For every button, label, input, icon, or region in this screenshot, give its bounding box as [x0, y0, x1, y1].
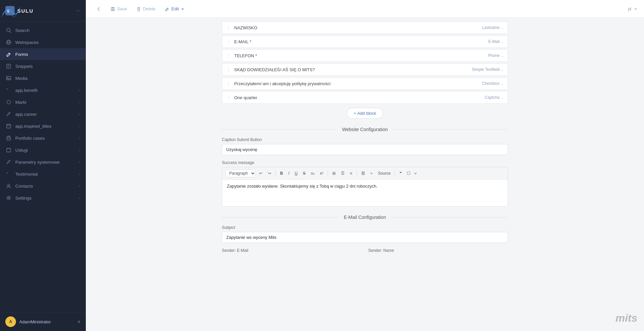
delete-button[interactable]: Delete: [132, 4, 160, 13]
chevron-down-icon: ⌄: [501, 40, 504, 44]
field-name: One quarter: [234, 95, 481, 100]
subject-input[interactable]: [222, 232, 508, 243]
svg-rect-32: [111, 9, 114, 10]
svg-line-3: [10, 31, 11, 33]
media-embed-button[interactable]: ☐: [405, 170, 412, 177]
undo-button[interactable]: ↩: [257, 170, 264, 177]
superscript-button[interactable]: x²: [318, 170, 325, 177]
field-type: Checkbox ⌄: [482, 81, 504, 86]
edit-button[interactable]: Edit: [161, 4, 188, 13]
sidebar-header: S SULU →: [0, 0, 86, 22]
sidebar-item-label: Media: [15, 76, 28, 81]
sidebar-item-settings[interactable]: Settings ›: [0, 192, 86, 204]
editor-content[interactable]: Zapytanie zostało wysłane. Skontaktujemy…: [222, 180, 508, 206]
back-button[interactable]: [92, 5, 105, 13]
chevron-right-icon: ›: [79, 124, 80, 128]
strikethrough-button[interactable]: S: [301, 170, 308, 177]
chevron-down-icon: [181, 7, 184, 11]
sidebar-item-webspaces[interactable]: Webspaces: [0, 36, 86, 48]
redo-button[interactable]: ↪: [266, 170, 273, 177]
sidebar-item-snippets[interactable]: Snippets: [0, 60, 86, 72]
sidebar-item-forms[interactable]: Forms: [0, 48, 86, 60]
calendar2-icon: [6, 147, 11, 153]
svg-rect-23: [7, 148, 11, 152]
subject-group: Subject: [222, 225, 508, 248]
sidebar-item-search[interactable]: Search: [0, 24, 86, 36]
sidebar-item-uslugi[interactable]: Usługi ›: [0, 144, 86, 156]
field-type: Lastname ⌄: [482, 25, 504, 30]
source-button[interactable]: Source: [376, 170, 393, 177]
drag-handle[interactable]: ⋮: [226, 25, 231, 30]
quote-button[interactable]: ❝: [398, 170, 403, 177]
drag-handle[interactable]: ⋮: [226, 67, 231, 72]
globe-icon: [6, 40, 11, 45]
save-button[interactable]: Save: [106, 4, 131, 13]
gear-icon: [6, 195, 11, 201]
add-block-button[interactable]: + Add block: [347, 108, 383, 119]
back-icon: [96, 7, 101, 11]
field-type: Phone ⌄: [488, 53, 504, 58]
subject-label: Subject: [222, 225, 508, 230]
drag-handle[interactable]: ⋮: [226, 39, 231, 44]
table-row: ⋮ Przeczytałem/-am i akceptuję politykę …: [222, 77, 508, 90]
sidebar-item-label: Webspaces: [15, 40, 39, 45]
divider-line: [222, 217, 339, 218]
ordered-list-button[interactable]: ≡: [348, 170, 354, 177]
circle-icon: [6, 99, 11, 105]
chevron-right-icon: ›: [79, 148, 80, 152]
chevron-down-small-icon: [634, 7, 637, 11]
svg-point-13: [7, 77, 8, 78]
app-name: SULU: [17, 8, 34, 14]
sidebar-item-media[interactable]: Media: [0, 72, 86, 84]
chevron-up-icon: ∧: [78, 319, 80, 324]
sidebar-item-portfolio-cases[interactable]: Portfolio cases ›: [0, 132, 86, 144]
paragraph-select[interactable]: Paragraph: [226, 169, 256, 177]
drag-handle[interactable]: ⋮: [226, 53, 231, 58]
toolbar-separator: [328, 171, 328, 176]
quote-icon: ": [6, 87, 11, 93]
sidebar-item-testimonial[interactable]: " Testimonial ›: [0, 168, 86, 180]
caption-submit-input[interactable]: [222, 144, 508, 155]
edit-icon: [6, 52, 11, 57]
field-name: TELEFON *: [234, 53, 485, 58]
bold-button[interactable]: B: [278, 170, 285, 177]
toolbar: Save Delete Edit pl: [86, 0, 644, 18]
sidebar-item-label: Usługi: [15, 148, 28, 153]
italic-button[interactable]: I: [286, 170, 291, 177]
align-button[interactable]: ≈: [369, 170, 375, 177]
unordered-list-button[interactable]: ☰: [339, 170, 347, 177]
sidebar-item-app-benefit[interactable]: " app.benefit ›: [0, 84, 86, 96]
link-button[interactable]: ⛓: [359, 170, 367, 177]
drag-handle[interactable]: ⋮: [226, 81, 231, 86]
svg-text:": ": [6, 87, 8, 93]
sidebar-item-label: Parametry systemowe: [15, 160, 60, 165]
chevron-right-icon: ›: [79, 88, 80, 92]
drag-handle[interactable]: ⋮: [226, 95, 231, 100]
success-message-label: Success message: [222, 160, 508, 165]
sidebar-item-app-inspired-titles[interactable]: app.inspired_titles ›: [0, 120, 86, 132]
editor-toolbar: Paragraph ↩ ↪ B I U S x₂ x² ⊞ ☰: [222, 167, 508, 180]
sidebar-footer[interactable]: A AdamMinistrator ∧: [0, 312, 86, 331]
add-block-label: + Add block: [354, 111, 376, 116]
table-row: ⋮ NAZWISKO Lastname ⌄: [222, 21, 508, 34]
sender-email-group: Sender: E-Mail: [222, 248, 362, 255]
search-icon: [6, 28, 11, 33]
sidebar-item-app-career[interactable]: app.career ›: [0, 108, 86, 120]
underline-button[interactable]: U: [293, 170, 300, 177]
sidebar-item-parametry[interactable]: Parametry systemowe ›: [0, 156, 86, 168]
svg-text:S: S: [7, 9, 10, 13]
table-row: ⋮ TELEFON * Phone ⌄: [222, 49, 508, 62]
sidebar-item-contacts[interactable]: Contacts ›: [0, 180, 86, 192]
sidebar-item-marki[interactable]: Marki ›: [0, 96, 86, 108]
delete-icon: [136, 7, 141, 11]
table-row: ⋮ E-MAIL * E-Mail ⌄: [222, 35, 508, 48]
table-button[interactable]: ⊞: [330, 170, 338, 177]
subscript-button[interactable]: x₂: [309, 170, 317, 177]
table-row: ⋮ One quarter Captcha ⌄: [222, 91, 508, 104]
toolbar-separator: [357, 171, 357, 176]
sidebar-collapse-button[interactable]: →: [75, 8, 80, 14]
chevron-down-icon: ⌄: [501, 82, 504, 85]
svg-line-35: [167, 8, 168, 9]
svg-point-29: [8, 197, 10, 199]
sidebar-item-label: app.career: [15, 112, 37, 117]
